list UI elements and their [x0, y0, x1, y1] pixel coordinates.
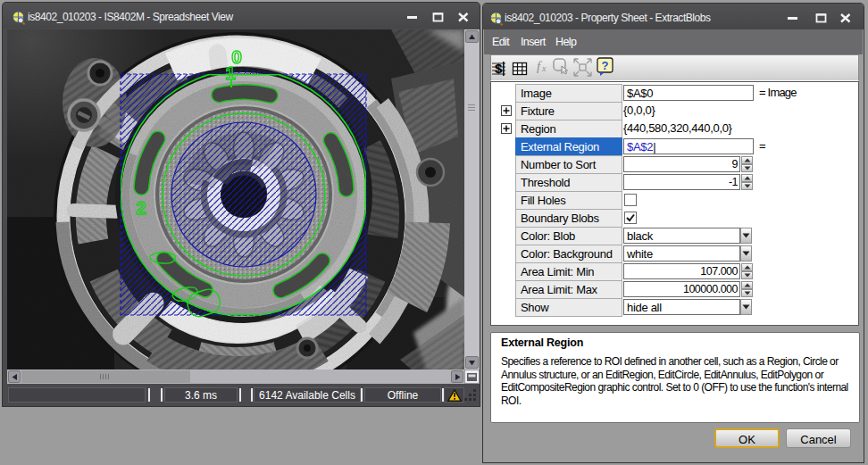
svg-text:1: 1 [225, 62, 236, 83]
svg-text:2: 2 [136, 197, 146, 218]
svg-text:x: x [541, 63, 547, 73]
svg-text:?: ? [602, 59, 609, 72]
svg-text:$: $ [495, 61, 503, 76]
